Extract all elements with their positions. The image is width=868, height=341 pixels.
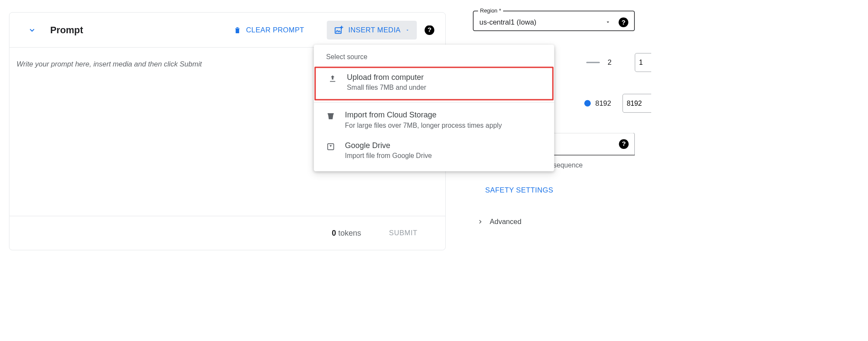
- google-drive-icon: [326, 142, 335, 151]
- menu-divider: [314, 102, 554, 103]
- menu-item-desc: For large files over 7MB, longer process…: [345, 121, 502, 129]
- param2-display: 8192: [596, 99, 615, 108]
- dropdown-caret-icon: [605, 19, 611, 25]
- slider-thumb[interactable]: [584, 100, 591, 107]
- chevron-down-icon: [28, 26, 37, 35]
- menu-item-desc: Small files 7MB and under: [347, 84, 426, 92]
- param1-slider[interactable]: [586, 62, 600, 63]
- clear-prompt-label: CLEAR PROMPT: [246, 26, 304, 35]
- menu-item-upload-computer[interactable]: Upload from computer Small files 7MB and…: [314, 67, 554, 101]
- region-dropdown-toggle[interactable]: [605, 19, 611, 26]
- prompt-help-button[interactable]: ?: [424, 25, 434, 35]
- param2-slider[interactable]: [586, 103, 588, 104]
- region-field: Region * us-central1 (Iowa) ?: [473, 8, 651, 31]
- stop-seq-hint: ch sequence: [544, 161, 651, 169]
- safety-settings-button[interactable]: SAFETY SETTINGS: [483, 186, 555, 195]
- menu-item-google-drive[interactable]: Google Drive Import file from Google Dri…: [314, 135, 554, 166]
- insert-media-icon: [334, 25, 344, 35]
- prompt-footer: 0 tokens SUBMIT: [10, 216, 446, 250]
- svg-rect-0: [335, 28, 341, 33]
- prompt-title: Prompt: [50, 25, 83, 35]
- menu-item-cloud-storage[interactable]: Import from Cloud Storage For large file…: [314, 104, 554, 135]
- advanced-toggle[interactable]: Advanced: [478, 218, 651, 226]
- help-icon: ?: [622, 140, 626, 148]
- upload-icon: [328, 74, 337, 83]
- token-count: 0 tokens: [332, 229, 361, 238]
- submit-button[interactable]: SUBMIT: [387, 229, 419, 238]
- collapse-toggle[interactable]: [27, 25, 37, 35]
- bucket-icon: [326, 112, 335, 121]
- param1-input[interactable]: [635, 53, 651, 72]
- token-number: 0: [332, 229, 336, 237]
- region-select[interactable]: us-central1 (Iowa): [479, 18, 605, 27]
- region-legend: Region *: [478, 8, 503, 14]
- dropdown-caret-icon: [405, 28, 410, 32]
- trash-icon: [233, 26, 242, 35]
- insert-media-button[interactable]: INSERT MEDIA: [327, 21, 417, 40]
- prompt-placeholder: Write your prompt here, insert media and…: [16, 60, 202, 68]
- insert-media-label: INSERT MEDIA: [348, 26, 400, 35]
- insert-media-menu: Select source Upload from computer Small…: [314, 45, 554, 171]
- token-word: tokens: [338, 229, 361, 237]
- stop-seq-help-button[interactable]: ?: [619, 139, 629, 149]
- param1-display: 2: [608, 58, 627, 67]
- help-icon: ?: [621, 19, 625, 26]
- clear-prompt-button[interactable]: CLEAR PROMPT: [226, 21, 311, 39]
- advanced-label: Advanced: [490, 218, 521, 226]
- menu-item-desc: Import file from Google Drive: [345, 152, 432, 160]
- menu-item-label: Import from Cloud Storage: [345, 111, 502, 120]
- prompt-header: Prompt CLEAR PROMPT INSERT MEDIA ?: [10, 13, 446, 47]
- menu-title: Select source: [314, 53, 554, 67]
- help-icon: ?: [428, 26, 431, 34]
- chevron-right-icon: [478, 219, 484, 225]
- param2-input[interactable]: [623, 94, 651, 113]
- menu-item-label: Google Drive: [345, 141, 432, 150]
- menu-item-label: Upload from computer: [347, 73, 426, 82]
- region-help-button[interactable]: ?: [619, 18, 629, 28]
